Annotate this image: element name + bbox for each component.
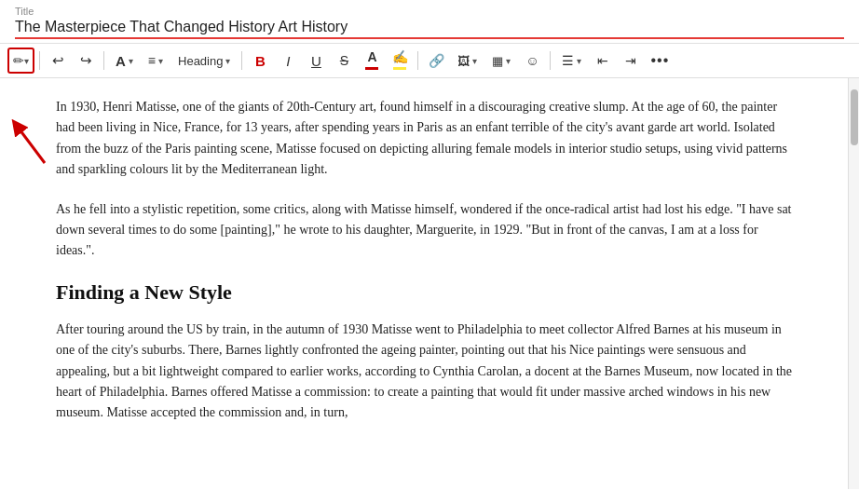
more-options-button[interactable]: ••• [646, 48, 674, 74]
bold-button[interactable]: B [247, 48, 273, 74]
font-color-indicator [365, 67, 378, 70]
title-label: Title [15, 6, 844, 17]
font-size-icon: A [116, 53, 126, 69]
highlight-icon: ✍ [392, 49, 408, 64]
page-wrapper: Title ✏ ▾ ↩ ↪ A ▾ ≡ ▾ Heading ▾ [0, 0, 859, 489]
table-icon: ▦ [492, 54, 503, 68]
title-input[interactable] [15, 19, 844, 39]
image-chevron: ▾ [472, 56, 477, 66]
strikethrough-button[interactable]: S [331, 48, 357, 74]
link-icon: 🔗 [429, 53, 444, 68]
highlight-button[interactable]: ✍ [387, 48, 413, 74]
redo-icon: ↪ [80, 52, 92, 69]
underline-button[interactable]: U [303, 48, 329, 74]
undo-icon: ↩ [52, 52, 64, 69]
toolbar: ✏ ▾ ↩ ↪ A ▾ ≡ ▾ Heading ▾ B [0, 44, 859, 78]
font-size-button[interactable]: A ▾ [109, 48, 140, 74]
scrollbar-track[interactable] [848, 78, 859, 489]
font-color-icon: A [367, 49, 376, 64]
heading-chevron: ▾ [225, 56, 230, 66]
indent-decrease-button[interactable]: ⇤ [590, 48, 616, 74]
line-spacing-icon: ≡ [148, 53, 156, 68]
paragraph-2: As he fell into a stylistic repetition, … [56, 199, 792, 262]
italic-icon: I [286, 53, 290, 69]
strikethrough-icon: S [340, 53, 348, 68]
indent-increase-button[interactable]: ⇥ [618, 48, 644, 74]
image-button[interactable]: 🖼 ▾ [451, 48, 484, 74]
separator-5 [550, 51, 551, 70]
separator-3 [241, 51, 242, 70]
section-heading-2: Finding a New Style [56, 280, 792, 305]
scrollbar-thumb[interactable] [851, 89, 858, 145]
font-color-button[interactable]: A [359, 48, 385, 74]
indent-decrease-icon: ⇤ [597, 53, 608, 68]
indent-increase-icon: ⇥ [625, 53, 636, 68]
paragraph-3: After touring around the US by train, in… [56, 320, 792, 424]
font-size-chevron: ▾ [129, 56, 133, 66]
heading-dropdown-button[interactable]: Heading ▾ [171, 48, 237, 74]
magic-edit-chevron: ▾ [24, 56, 29, 66]
line-spacing-chevron: ▾ [158, 56, 163, 66]
underline-icon: U [311, 53, 321, 69]
image-icon: 🖼 [457, 54, 470, 68]
magic-edit-button[interactable]: ✏ ▾ [7, 48, 34, 74]
separator-2 [103, 51, 104, 70]
table-button[interactable]: ▦ ▾ [485, 48, 517, 74]
emoji-icon: ☺ [525, 53, 539, 68]
bold-icon: B [255, 53, 266, 69]
title-area: Title [0, 0, 859, 44]
highlight-color-indicator [393, 67, 406, 70]
magic-edit-icon: ✏ [13, 53, 24, 68]
undo-button[interactable]: ↩ [45, 48, 71, 74]
table-chevron: ▾ [506, 56, 511, 66]
line-spacing-button[interactable]: ≡ ▾ [142, 48, 170, 74]
italic-button[interactable]: I [275, 48, 301, 74]
redo-button[interactable]: ↪ [73, 48, 99, 74]
align-chevron: ▾ [577, 56, 581, 66]
link-button[interactable]: 🔗 [423, 48, 449, 74]
emoji-button[interactable]: ☺ [519, 48, 545, 74]
heading-label: Heading [178, 54, 223, 68]
content-area: In 1930, Henri Matisse, one of the giant… [0, 78, 859, 489]
paragraph-1: In 1930, Henri Matisse, one of the giant… [56, 97, 792, 181]
more-options-icon: ••• [650, 52, 669, 69]
align-button[interactable]: ☰ ▾ [555, 48, 588, 74]
separator-4 [417, 51, 418, 70]
separator-1 [39, 51, 40, 70]
align-icon: ☰ [562, 53, 574, 68]
editor-main[interactable]: In 1930, Henri Matisse, one of the giant… [0, 78, 848, 489]
